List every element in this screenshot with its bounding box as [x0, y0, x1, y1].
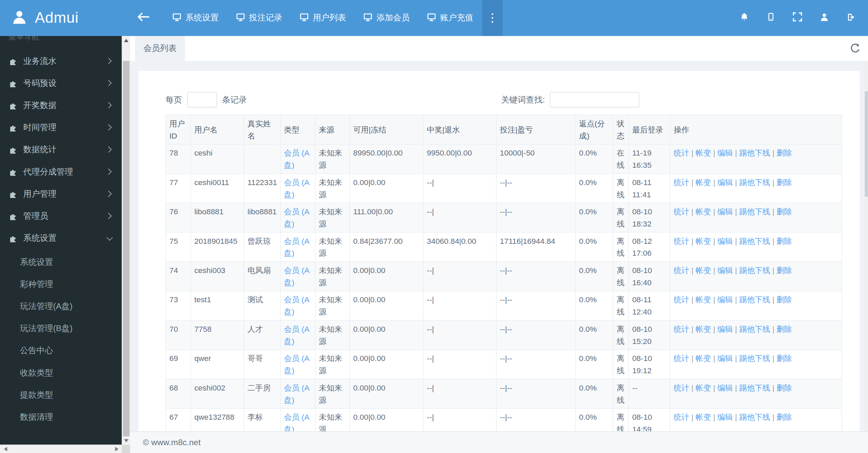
content-vertical-scrollbar[interactable] — [865, 61, 868, 453]
action-link[interactable]: 编辑 — [717, 413, 733, 421]
action-link[interactable]: 删除 — [777, 266, 792, 275]
action-link[interactable]: 踢他下线 — [739, 207, 770, 216]
action-link[interactable]: 编辑 — [717, 354, 733, 363]
sidebar-subitem[interactable]: 系统设置 — [0, 251, 122, 273]
nav-item[interactable]: 添加会员 — [355, 0, 419, 36]
action-link[interactable]: 统计 — [674, 325, 689, 333]
action-link[interactable]: 帐变 — [696, 295, 711, 304]
member-type-link[interactable]: 会员 (A盘) — [284, 178, 310, 199]
action-link[interactable]: 删除 — [777, 207, 792, 216]
sidebar-subitem[interactable]: 公告中心 — [0, 340, 122, 362]
tab-member-list[interactable]: 会员列表 — [135, 36, 185, 61]
sidebar-subitem[interactable]: 玩法管理(B盘) — [0, 317, 122, 339]
action-link[interactable]: 踢他下线 — [739, 148, 770, 157]
scroll-right-arrow[interactable] — [112, 445, 121, 453]
action-link[interactable]: 删除 — [777, 325, 792, 333]
member-type-link[interactable]: 会员 (A盘) — [284, 325, 310, 346]
member-type-link[interactable]: 会员 (A盘) — [284, 148, 310, 169]
user-menu-button[interactable] — [811, 0, 837, 36]
action-link[interactable]: 踢他下线 — [739, 178, 770, 186]
sidebar-subitem[interactable]: 收款类型 — [0, 362, 122, 384]
action-link[interactable]: 踢他下线 — [739, 236, 770, 245]
sidebar-item[interactable]: 系统设置 — [0, 227, 122, 249]
notifications-button[interactable] — [731, 0, 758, 36]
action-link[interactable]: 删除 — [777, 178, 792, 186]
member-type-link[interactable]: 会员 (A盘) — [284, 266, 310, 287]
action-link[interactable]: 编辑 — [717, 383, 733, 392]
action-link[interactable]: 踢他下线 — [739, 354, 770, 363]
fullscreen-button[interactable] — [784, 0, 811, 36]
action-link[interactable]: 帐变 — [696, 325, 711, 333]
action-link[interactable]: 删除 — [777, 236, 792, 245]
sidebar-item[interactable]: 开奖数据 — [0, 94, 122, 116]
action-link[interactable]: 统计 — [674, 295, 689, 304]
member-type-link[interactable]: 会员 (A盘) — [284, 207, 310, 228]
action-link[interactable]: 编辑 — [717, 266, 733, 275]
action-link[interactable]: 编辑 — [717, 148, 733, 157]
action-link[interactable]: 踢他下线 — [739, 413, 770, 421]
action-link[interactable]: 帐变 — [696, 413, 711, 421]
more-menu-button[interactable] — [482, 0, 502, 36]
action-link[interactable]: 统计 — [674, 354, 689, 363]
sidebar-item[interactable]: 代理分成管理 — [0, 161, 122, 183]
keyword-input[interactable] — [550, 92, 640, 108]
action-link[interactable]: 踢他下线 — [739, 383, 770, 392]
sidebar-item[interactable]: 管理员 — [0, 205, 122, 227]
mobile-view-button[interactable] — [758, 0, 784, 36]
action-link[interactable]: 帐变 — [696, 266, 711, 275]
nav-item[interactable]: 账户充值 — [419, 0, 482, 36]
nav-item[interactable]: 投注记录 — [227, 0, 291, 36]
sidebar-subitem[interactable]: 提款类型 — [0, 384, 122, 406]
action-link[interactable]: 编辑 — [717, 325, 733, 333]
content-scrollbar-thumb[interactable] — [865, 91, 868, 197]
sidebar-item[interactable]: 用户管理 — [0, 183, 122, 205]
action-link[interactable]: 删除 — [777, 413, 792, 421]
brand[interactable]: Admui — [0, 0, 122, 36]
action-link[interactable]: 统计 — [674, 207, 689, 216]
action-link[interactable]: 帐变 — [696, 148, 711, 157]
sidebar-item[interactable]: 号码预设 — [0, 72, 122, 94]
action-link[interactable]: 删除 — [777, 383, 792, 392]
action-link[interactable]: 编辑 — [717, 295, 733, 304]
action-link[interactable]: 统计 — [674, 178, 689, 186]
refresh-button[interactable] — [850, 43, 861, 54]
action-link[interactable]: 统计 — [674, 266, 689, 275]
member-type-link[interactable]: 会员 (A盘) — [284, 295, 310, 316]
action-link[interactable]: 统计 — [674, 148, 689, 157]
member-type-link[interactable]: 会员 (A盘) — [284, 413, 310, 431]
nav-item[interactable]: 系统设置 — [164, 0, 228, 36]
sidebar-vertical-scrollbar[interactable] — [122, 36, 130, 445]
action-link[interactable]: 帐变 — [696, 354, 711, 363]
sidebar-item[interactable]: 时间管理 — [0, 116, 122, 138]
action-link[interactable]: 踢他下线 — [739, 295, 770, 304]
nav-item[interactable]: 用户列表 — [291, 0, 355, 36]
sidebar-item[interactable]: 数据统计 — [0, 139, 122, 161]
action-link[interactable]: 帐变 — [696, 178, 711, 186]
action-link[interactable]: 删除 — [777, 148, 792, 157]
action-link[interactable]: 编辑 — [717, 236, 733, 245]
member-type-link[interactable]: 会员 (A盘) — [284, 236, 310, 257]
action-link[interactable]: 统计 — [674, 383, 689, 392]
action-link[interactable]: 帐变 — [696, 383, 711, 392]
scroll-down-arrow[interactable] — [122, 436, 130, 445]
logout-button[interactable] — [837, 0, 865, 36]
member-type-link[interactable]: 会员 (A盘) — [284, 383, 310, 404]
action-link[interactable]: 编辑 — [717, 207, 733, 216]
member-type-link[interactable]: 会员 (A盘) — [284, 354, 310, 375]
sidebar-item[interactable]: 业务流水 — [0, 50, 122, 72]
per-page-input[interactable] — [187, 92, 217, 108]
action-link[interactable]: 编辑 — [717, 178, 733, 186]
sidebar-subitem[interactable]: 玩法管理(A盘) — [0, 295, 122, 317]
action-link[interactable]: 帐变 — [696, 207, 711, 216]
action-link[interactable]: 删除 — [777, 354, 792, 363]
vertical-scrollbar-thumb[interactable] — [123, 61, 129, 436]
action-link[interactable]: 统计 — [674, 236, 689, 245]
sidebar-horizontal-scrollbar[interactable] — [0, 445, 122, 453]
sidebar-subitem[interactable]: 彩种管理 — [0, 273, 122, 295]
action-link[interactable]: 踢他下线 — [739, 266, 770, 275]
scroll-left-arrow[interactable] — [1, 445, 9, 453]
scroll-up-arrow[interactable] — [122, 36, 130, 44]
action-link[interactable]: 帐变 — [696, 236, 711, 245]
back-button[interactable] — [122, 0, 164, 36]
action-link[interactable]: 删除 — [777, 295, 792, 304]
